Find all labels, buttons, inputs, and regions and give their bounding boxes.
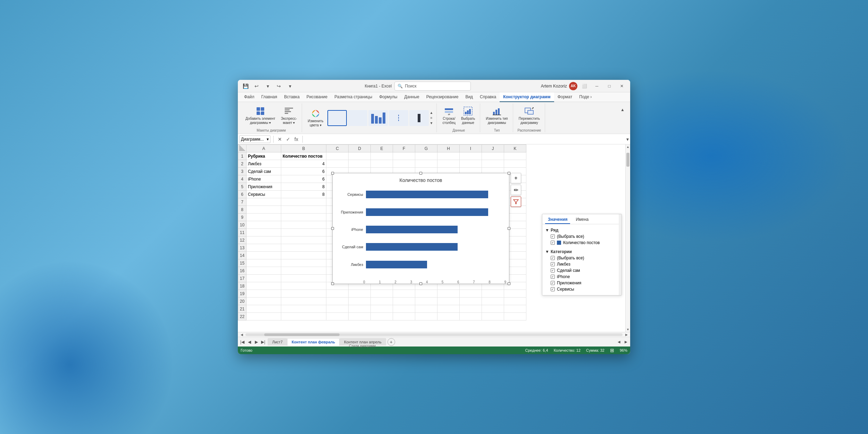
cell-17-1[interactable] (247, 275, 281, 282)
row-header-1[interactable]: 1 (238, 152, 247, 160)
filter-cat-sdelai-sam[interactable]: Сделай сам (545, 267, 619, 274)
scroll-thumb[interactable] (626, 153, 629, 167)
row-header-4[interactable]: 4 (238, 175, 247, 183)
row-header-19[interactable]: 19 (238, 290, 247, 298)
minimize-button[interactable]: ─ (591, 81, 602, 92)
col-header-j[interactable]: J (482, 145, 504, 152)
cancel-formula-icon[interactable]: ✕ (276, 136, 283, 143)
cell-2-7[interactable] (415, 160, 437, 168)
cell-1-5[interactable] (371, 152, 393, 160)
checkbox-cat-all[interactable] (551, 256, 555, 260)
scroll-track[interactable] (626, 149, 630, 327)
row-header-15[interactable]: 15 (238, 259, 247, 267)
sheet-tab-list7[interactable]: Лист7 (268, 338, 287, 345)
checkbox-services[interactable] (551, 287, 555, 291)
cell-19-8[interactable] (437, 290, 460, 298)
row-header-9[interactable]: 9 (238, 214, 247, 221)
switch-row-col-button[interactable]: ⇄ Строка/столбец (440, 105, 458, 126)
col-header-h[interactable]: H (437, 145, 460, 152)
cell-17-2[interactable] (281, 275, 326, 282)
cell-19-9[interactable] (460, 290, 482, 298)
formula-expand-icon[interactable]: ▾ (626, 136, 629, 142)
resize-handle-bl[interactable] (331, 282, 334, 285)
cell-10-2[interactable] (281, 221, 326, 229)
cell-7-2[interactable] (281, 198, 326, 206)
chart-style-4[interactable] (389, 110, 408, 126)
resize-handle-tc[interactable] (419, 172, 422, 175)
insert-function-icon[interactable]: fx (293, 136, 300, 143)
name-box[interactable]: Диаграмм... ▾ (239, 135, 270, 143)
chart-styles-button[interactable]: ✏ (511, 185, 521, 195)
cell-8-1[interactable] (247, 206, 281, 214)
tab-insert[interactable]: Вставка (281, 92, 303, 102)
add-element-button[interactable]: + Добавить элементдиаграммы ▾ (243, 105, 277, 126)
cell-1-10[interactable] (482, 152, 504, 160)
cell-13-1[interactable] (247, 244, 281, 252)
cell-7-1[interactable] (247, 198, 281, 206)
filter-cat-apps[interactable]: Приложения (545, 280, 619, 286)
chart-elements-button[interactable]: + (511, 173, 521, 183)
cell-19-7[interactable] (415, 290, 437, 298)
filter-series-header[interactable]: ▼ Ряд (545, 227, 619, 233)
chart-area[interactable]: Количество постов СервисыПриложенияiPhon… (332, 173, 509, 284)
scroll-down-button[interactable]: ▼ (626, 327, 630, 332)
col-header-e[interactable]: E (371, 145, 393, 152)
checkbox-count-posts[interactable] (551, 241, 555, 245)
filter-cat-select-all[interactable]: (Выбрать все) (545, 255, 619, 261)
cell-21-4[interactable] (349, 305, 371, 313)
scroll-right-button[interactable]: ▶ (624, 332, 629, 337)
resize-handle-tr[interactable] (508, 172, 510, 175)
chart-style-3[interactable] (368, 110, 388, 126)
cell-21-6[interactable] (393, 305, 415, 313)
select-data-button[interactable]: Выбратьданные (459, 105, 477, 126)
tab-share[interactable]: Поде › (576, 92, 595, 102)
resize-handle-tl[interactable] (331, 172, 334, 175)
cell-20-10[interactable] (482, 298, 504, 305)
cell-1-6[interactable] (393, 152, 415, 160)
cell-20-4[interactable] (349, 298, 371, 305)
cell-2-2[interactable]: 4 (281, 160, 326, 168)
row-header-10[interactable]: 10 (238, 221, 247, 229)
cell-12-2[interactable] (281, 236, 326, 244)
cell-21-1[interactable] (247, 305, 281, 313)
cell-8-2[interactable] (281, 206, 326, 214)
tab-format[interactable]: Формат (554, 92, 576, 102)
chart-style-scroll-line[interactable]: ≡ (429, 116, 434, 120)
checkbox-sdelai-sam[interactable] (551, 268, 555, 273)
sheet-nav-last[interactable]: ▶| (260, 339, 266, 345)
cell-2-1[interactable]: Ликбез (247, 160, 281, 168)
cell-5-1[interactable]: Приложения (247, 183, 281, 191)
tab-review[interactable]: Рецензирование (423, 92, 462, 102)
cell-22-5[interactable] (371, 313, 393, 320)
cell-19-3[interactable] (326, 290, 349, 298)
grid-view-button[interactable]: ⊞ (610, 348, 614, 353)
cell-11-2[interactable] (281, 229, 326, 236)
cell-20-5[interactable] (371, 298, 393, 305)
chart-style-scroll-down[interactable]: ▼ (429, 121, 434, 126)
customize-qat-button[interactable]: ▾ (285, 81, 295, 91)
cell-5-2[interactable]: 8 (281, 183, 326, 191)
cell-2-5[interactable] (371, 160, 393, 168)
row-header-17[interactable]: 17 (238, 275, 247, 282)
cell-12-1[interactable] (247, 236, 281, 244)
cell-21-2[interactable] (281, 305, 326, 313)
filter-series-count-posts[interactable]: Количество постов (545, 240, 619, 246)
cell-1-2[interactable]: Количество постов (281, 152, 326, 160)
maximize-button[interactable]: □ (604, 81, 615, 92)
cell-22-11[interactable] (504, 313, 526, 320)
cell-19-4[interactable] (349, 290, 371, 298)
tab-formulas[interactable]: Формулы (376, 92, 401, 102)
cell-1-1[interactable]: Рубрика (247, 152, 281, 160)
cell-11-1[interactable] (247, 229, 281, 236)
cell-20-8[interactable] (437, 298, 460, 305)
row-header-2[interactable]: 2 (238, 160, 247, 168)
cell-9-2[interactable] (281, 214, 326, 221)
filter-scrollbar[interactable] (619, 214, 621, 295)
cell-14-1[interactable] (247, 252, 281, 259)
cell-22-3[interactable] (326, 313, 349, 320)
express-layout-button[interactable]: Экспресс-макет ▾ (279, 105, 299, 126)
h-scroll-thumb[interactable] (264, 333, 340, 336)
cell-20-9[interactable] (460, 298, 482, 305)
row-header-5[interactable]: 5 (238, 183, 247, 191)
filter-categories-header[interactable]: ▼ Категории (545, 249, 619, 255)
